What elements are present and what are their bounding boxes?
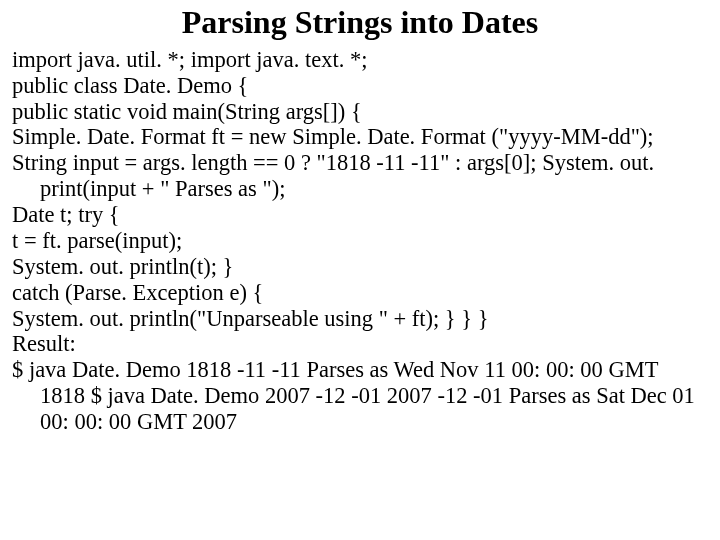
slide: Parsing Strings into Dates import java. … xyxy=(0,0,720,540)
code-line: Simple. Date. Format ft = new Simple. Da… xyxy=(12,124,708,150)
code-line: Result: xyxy=(12,331,708,357)
code-line: System. out. println(t); } xyxy=(12,254,708,280)
slide-title: Parsing Strings into Dates xyxy=(12,4,708,41)
code-line: String input = args. length == 0 ? "1818… xyxy=(12,150,708,202)
code-line: $ java Date. Demo 1818 -11 -11 Parses as… xyxy=(12,357,708,435)
code-line: Date t; try { xyxy=(12,202,708,228)
slide-body: import java. util. *; import java. text.… xyxy=(12,47,708,435)
code-line: public static void main(String args[]) { xyxy=(12,99,708,125)
code-line: System. out. println("Unparseable using … xyxy=(12,306,708,332)
code-line: import java. util. *; import java. text.… xyxy=(12,47,708,73)
code-line: t = ft. parse(input); xyxy=(12,228,708,254)
code-line: public class Date. Demo { xyxy=(12,73,708,99)
code-line: catch (Parse. Exception e) { xyxy=(12,280,708,306)
